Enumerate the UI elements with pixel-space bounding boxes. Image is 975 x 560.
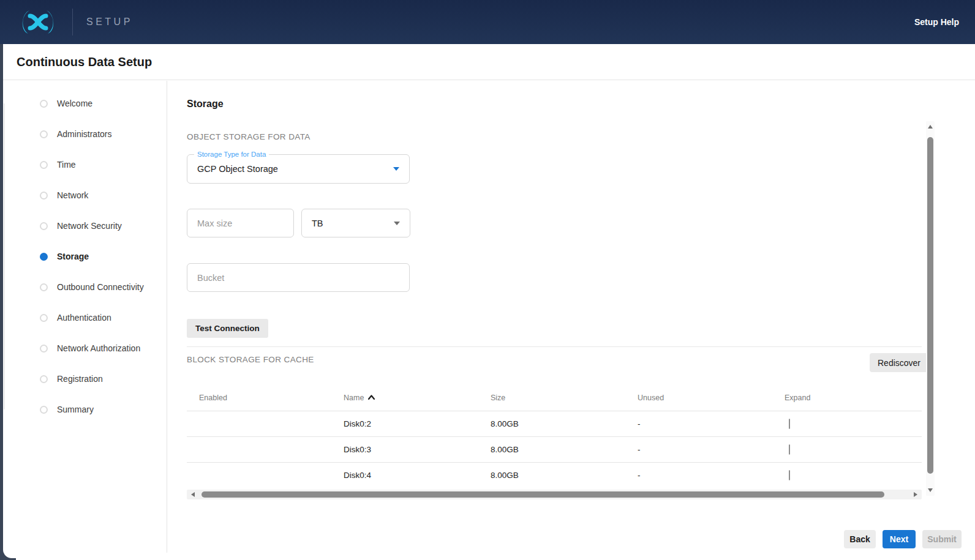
step-label: Registration xyxy=(57,374,103,384)
disk-unused-cell: - xyxy=(638,471,785,480)
test-connection-button[interactable]: Test Connection xyxy=(187,319,268,338)
step-label: Time xyxy=(57,160,76,170)
max-size-input[interactable] xyxy=(187,209,293,237)
size-unit-select[interactable]: TB xyxy=(301,209,410,237)
rediscover-button[interactable]: Rediscover xyxy=(870,353,928,372)
column-header-enabled[interactable]: Enabled xyxy=(199,394,344,402)
chevron-down-icon xyxy=(394,222,400,225)
step-label: Summary xyxy=(57,405,94,414)
column-header-expand[interactable]: Expand xyxy=(785,394,922,402)
step-circle-icon xyxy=(40,222,48,230)
disk-size-cell: 8.00GB xyxy=(491,471,638,480)
stepper-connector-line xyxy=(4,103,5,409)
wizard-step-registration[interactable]: Registration xyxy=(40,364,162,394)
section-divider xyxy=(187,346,922,347)
column-header-size[interactable]: Size xyxy=(491,394,638,402)
step-circle-icon xyxy=(40,192,48,200)
wizard-step-welcome[interactable]: Welcome xyxy=(40,88,162,119)
wizard-step-storage[interactable]: Storage xyxy=(40,241,162,272)
header-divider xyxy=(72,9,73,35)
max-size-field-wrap xyxy=(187,209,294,237)
setup-help-link[interactable]: Setup Help xyxy=(914,17,959,27)
setup-app-window: SETUP Setup Help Continuous Data Setup W… xyxy=(0,0,975,560)
disk-name-cell: Disk0:3 xyxy=(344,445,491,454)
table-header-row: Enabled Name Size Unused Expand xyxy=(187,384,922,411)
step-label: Administrators xyxy=(57,129,111,139)
wizard-stepper: Welcome Administrators Time Network Netw… xyxy=(40,88,162,425)
step-label: Network Authorization xyxy=(57,343,140,353)
size-unit-value: TB xyxy=(312,218,394,228)
step-circle-icon xyxy=(40,161,48,169)
expand-checkbox-unchecked[interactable] xyxy=(789,470,790,480)
wizard-step-summary[interactable]: Summary xyxy=(40,394,162,425)
chevron-down-icon xyxy=(393,167,399,171)
product-name: SETUP xyxy=(86,17,133,28)
scroll-down-icon[interactable] xyxy=(928,488,933,492)
wizard-step-time[interactable]: Time xyxy=(40,149,162,180)
step-label: Outbound Connectivity xyxy=(57,282,144,292)
disk-name-cell: Disk0:4 xyxy=(344,471,491,480)
next-button[interactable]: Next xyxy=(883,530,916,548)
step-label: Authentication xyxy=(57,313,111,323)
submit-button: Submit xyxy=(922,530,962,548)
titlebar: Continuous Data Setup xyxy=(3,44,975,80)
step-label: Welcome xyxy=(57,99,92,108)
expand-checkbox-unchecked[interactable] xyxy=(789,444,790,455)
expand-checkbox-unchecked[interactable] xyxy=(789,419,790,429)
wizard-step-network-authorization[interactable]: Network Authorization xyxy=(40,333,162,364)
step-label: Storage xyxy=(57,252,89,261)
sidebar-divider xyxy=(167,81,167,553)
step-circle-icon xyxy=(40,375,48,383)
wizard-step-administrators[interactable]: Administrators xyxy=(40,119,162,149)
step-circle-icon xyxy=(40,100,48,108)
block-storage-table: Enabled Name Size Unused Expand Disk0:2 … xyxy=(187,384,922,488)
step-circle-icon xyxy=(40,406,48,414)
bucket-field-wrap xyxy=(187,263,410,292)
scroll-left-icon[interactable] xyxy=(191,492,195,497)
column-header-name[interactable]: Name xyxy=(344,394,491,402)
disk-unused-cell: - xyxy=(638,445,785,454)
delphix-logo-icon xyxy=(16,7,60,37)
wizard-step-outbound-connectivity[interactable]: Outbound Connectivity xyxy=(40,272,162,302)
step-label: Network xyxy=(57,190,88,200)
disk-unused-cell: - xyxy=(638,419,785,428)
page-title: Continuous Data Setup xyxy=(17,55,152,69)
table-row: Disk0:3 8.00GB - xyxy=(187,436,922,462)
scroll-up-icon[interactable] xyxy=(928,125,933,129)
column-header-unused[interactable]: Unused xyxy=(638,394,785,402)
block-storage-section-title: BLOCK STORAGE FOR CACHE xyxy=(187,355,314,364)
app-header: SETUP Setup Help xyxy=(0,0,975,44)
sort-ascending-icon xyxy=(367,394,375,401)
table-row: Disk0:4 8.00GB - xyxy=(187,462,922,488)
storage-type-label: Storage Type for Data xyxy=(194,151,269,158)
step-circle-icon xyxy=(40,345,48,353)
step-circle-icon xyxy=(40,130,48,138)
disk-name-cell: Disk0:2 xyxy=(344,419,491,428)
disk-size-cell: 8.00GB xyxy=(491,419,638,428)
wizard-footer: Back Next Submit xyxy=(844,530,962,548)
table-row: Disk0:2 8.00GB - xyxy=(187,411,922,436)
step-circle-icon xyxy=(40,314,48,322)
step-circle-icon xyxy=(40,283,48,291)
vertical-scrollbar-thumb[interactable] xyxy=(927,137,933,474)
column-header-name-label: Name xyxy=(344,394,364,402)
wizard-step-network-security[interactable]: Network Security xyxy=(40,211,162,241)
back-button[interactable]: Back xyxy=(844,530,876,548)
object-storage-section-title: OBJECT STORAGE FOR DATA xyxy=(187,132,311,141)
window-frame-corner-mask xyxy=(3,542,19,558)
bucket-input[interactable] xyxy=(187,264,409,291)
window-frame-left xyxy=(0,44,3,560)
horizontal-scrollbar[interactable] xyxy=(187,490,922,499)
step-circle-active-icon xyxy=(40,253,48,261)
wizard-step-authentication[interactable]: Authentication xyxy=(40,302,162,333)
storage-type-value: GCP Object Storage xyxy=(197,164,393,174)
step-label: Network Security xyxy=(57,221,122,231)
section-heading-storage: Storage xyxy=(187,99,224,110)
disk-size-cell: 8.00GB xyxy=(491,445,638,454)
scroll-right-icon[interactable] xyxy=(914,492,917,497)
storage-type-select[interactable]: Storage Type for Data GCP Object Storage xyxy=(187,154,410,184)
horizontal-scrollbar-thumb[interactable] xyxy=(201,491,884,498)
vertical-scrollbar[interactable] xyxy=(926,121,935,496)
wizard-step-network[interactable]: Network xyxy=(40,180,162,211)
